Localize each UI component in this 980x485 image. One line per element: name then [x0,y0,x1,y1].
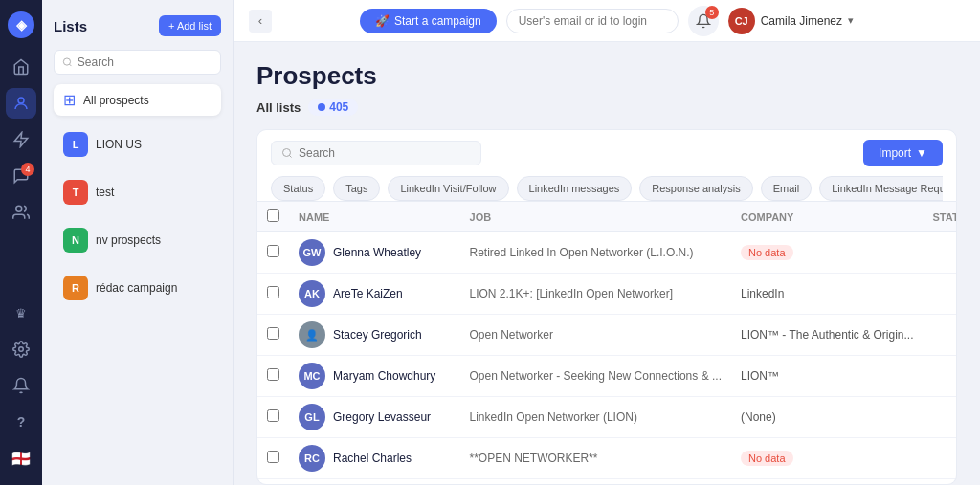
col-company: COMPANY [731,202,924,232]
sidebar-item-label: rédac campaign [96,281,177,295]
table-row: GL Gregory Levasseur LinkedIn Open Netwo… [257,397,957,438]
nav-team[interactable] [6,197,36,228]
row-checkbox[interactable] [267,368,279,381]
row-checkbox[interactable] [267,451,279,463]
collapse-button[interactable]: ‹ [249,10,272,33]
filter-tab-message-requests[interactable]: LinkedIn Message Requests [819,176,943,201]
nav-help[interactable]: ? [6,407,36,437]
sidebar-item-label: LION US [96,138,142,151]
prospect-job: LION 2.1K+: [LinkedIn Open Networker] [470,287,673,300]
user-avatar: CJ [728,8,755,34]
svg-line-5 [69,64,71,66]
nav-settings[interactable] [6,334,36,364]
sidebar: Lists + Add list ⊞ All prospects L LION … [42,0,234,485]
sidebar-item-lion-us[interactable]: L LION US [54,125,221,164]
start-campaign-button[interactable]: 🚀 Start a campaign [360,9,497,33]
prospect-name[interactable]: AreTe KaiZen [333,287,403,300]
row-checkbox[interactable] [267,327,279,340]
prospect-status [924,356,957,397]
prospect-status [924,232,957,274]
redac-icon: R [63,276,88,300]
sidebar-item-all-prospects[interactable]: ⊞ All prospects [54,84,221,116]
content-area: Prospects All lists 405 Import ▼ St [234,42,980,485]
top-bar-left: ‹ [249,10,272,33]
sidebar-item-redac[interactable]: R rédac campaign [54,269,221,307]
col-job: JOB [460,202,731,232]
table-search-box[interactable] [271,141,481,165]
filter-tab-email[interactable]: Email [761,176,813,201]
svg-point-3 [19,347,24,352]
prospect-name[interactable]: Maryam Chowdhury [333,369,435,383]
search-icon [62,56,73,68]
filter-tab-status[interactable]: Status [271,176,325,201]
sidebar-header: Lists + Add list [54,15,221,36]
sidebar-item-test[interactable]: T test [54,173,221,211]
select-all-checkbox[interactable] [267,209,279,222]
filter-tabs: Status Tags LinkedIn Visit/Follow Linked… [271,176,943,201]
notification-button[interactable]: 5 [688,6,719,36]
sidebar-search-box[interactable] [54,50,221,75]
name-cell: RC Rachel Charles [299,445,451,472]
user-login-input[interactable] [506,9,679,33]
top-bar: ‹ 🚀 Start a campaign 5 CJ Camila Jimenez… [234,0,980,42]
sidebar-item-label: All prospects [83,94,149,107]
sidebar-search-input[interactable] [78,55,212,69]
table-header-row: NAME JOB COMPANY STATUS ACTIONS TAGS [257,202,957,232]
table-row: AK AreTe KaiZen LION 2.1K+: [LinkedIn Op… [257,274,957,315]
nav-home[interactable] [6,52,36,82]
nav-crown[interactable]: ♛ [6,298,36,328]
prospect-status [924,397,957,438]
prospect-status [924,274,957,315]
sidebar-title: Lists [54,18,87,34]
all-prospects-icon: ⊞ [63,91,76,109]
toolbar-top: Import ▼ [271,140,943,166]
prospect-avatar: 👤 [299,321,325,348]
main-content: ‹ 🚀 Start a campaign 5 CJ Camila Jimenez… [234,0,980,485]
table-row: MC Maryam Chowdhury Open Networker - See… [257,356,957,397]
row-checkbox[interactable] [267,245,279,257]
svg-point-2 [16,206,22,211]
nav-bell[interactable] [6,370,36,401]
table-search-icon [281,147,293,159]
table-toolbar: Import ▼ Status Tags LinkedIn Visit/Foll… [256,129,957,201]
nav-messages[interactable]: 4 [6,161,36,191]
prospect-avatar: RC [299,445,325,472]
filter-tab-linkedin-messages[interactable]: LinkedIn messages [517,176,633,201]
prospect-name[interactable]: Glenna Wheatley [333,246,421,259]
table-row: GW Glenna Wheatley Retired Linked In Ope… [257,232,957,274]
prospect-status [924,438,957,479]
chevron-down-icon: ▾ [848,14,854,27]
nav-campaigns[interactable] [6,124,36,155]
prospect-avatar: GL [299,404,325,430]
col-name: NAME [289,202,460,232]
prospect-name[interactable]: Stacey Gregorich [333,328,422,342]
row-checkbox[interactable] [267,286,279,298]
filter-tab-linkedin-visit[interactable]: LinkedIn Visit/Follow [388,176,508,201]
name-cell: GW Glenna Wheatley [299,239,451,266]
filter-tab-response[interactable]: Response analysis [639,176,752,201]
import-button[interactable]: Import ▼ [863,140,943,166]
prospect-status [924,479,957,486]
svg-point-4 [63,58,70,65]
row-checkbox[interactable] [267,409,279,422]
table-search-input[interactable] [299,146,471,160]
notification-badge: 5 [705,6,719,19]
prospect-count-badge: 405 [308,99,358,116]
prospect-company: (None) [741,410,776,424]
prospect-name[interactable]: Rachel Charles [333,452,412,465]
no-data-badge: No data [741,245,793,260]
name-cell: 👤 Stacey Gregorich [299,321,451,348]
user-menu[interactable]: CJ Camila Jimenez ▾ [728,8,854,34]
filter-tab-tags[interactable]: Tags [333,176,380,201]
nav-prospects[interactable] [6,88,36,119]
prospect-job: LinkedIn Open Networker (LION) [470,410,637,424]
prospect-name[interactable]: Gregory Levasseur [333,410,431,424]
nav-flag[interactable]: 🏴󠁧󠁢󠁥󠁮󠁧󠁿 [6,443,36,474]
count-dot [318,103,325,111]
add-list-button[interactable]: + Add list [159,15,221,36]
prospect-company: LION™ - The Authentic & Origin... [741,328,914,342]
sidebar-item-nv-prospects[interactable]: N nv prospects [54,221,221,259]
app-logo[interactable]: ◈ [8,11,34,38]
table-row: 👤 Stacey Gregorich Open NetworkerLION™ -… [257,315,957,356]
svg-point-6 [283,149,291,157]
